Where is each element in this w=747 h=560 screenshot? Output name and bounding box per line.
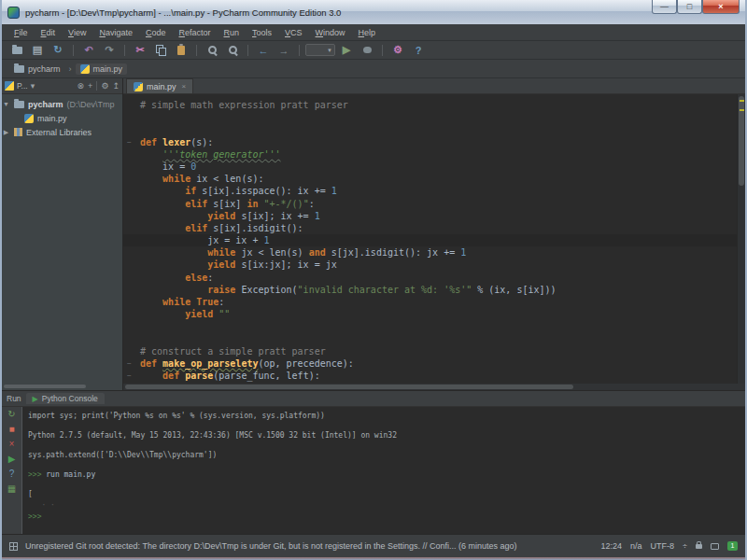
notification-badge[interactable]: 1 xyxy=(727,541,738,551)
status-widgets: 12:24 n/a UTF-8 ÷ 1 xyxy=(601,541,739,551)
run-icon[interactable]: ▶ xyxy=(337,43,356,58)
warning-stripe-mark[interactable] xyxy=(740,109,744,111)
encoding-indicator[interactable]: UTF-8 xyxy=(651,541,675,551)
project-tool-window: P... ▾ ⊗+⚙↥ ▼ pycharm (D:\Dev\Tmp main.p… xyxy=(2,78,123,390)
tree-item-external-libraries[interactable]: ▶ External Libraries xyxy=(2,125,122,139)
code-line: # simple math expression pratt parser xyxy=(123,99,737,111)
open-icon xyxy=(12,47,22,54)
forward-icon[interactable]: → xyxy=(275,43,293,58)
close-icon[interactable]: ⊗ xyxy=(78,81,85,91)
warning-stripe-mark[interactable] xyxy=(740,100,744,102)
stop-icon[interactable]: ■ xyxy=(8,425,14,434)
chevron-down-icon: ▼ xyxy=(327,48,332,53)
code-line: while ix < len(s): xyxy=(123,173,737,185)
code-editor[interactable]: # simple math expression pratt parser de… xyxy=(123,94,737,384)
main-toolbar: ▤↻↶↷✂←→▼▶⚙? xyxy=(2,41,745,60)
locate-icon[interactable]: + xyxy=(88,81,92,91)
code-line: while jx < len(s) and s[jx].isdigit(): j… xyxy=(123,246,737,259)
window-controls: — □ × xyxy=(652,0,740,14)
undo-icon[interactable]: ↶ xyxy=(79,43,98,58)
lock-icon[interactable] xyxy=(696,544,702,549)
run-panel-header: Run ▶ Python Console xyxy=(2,391,745,407)
caret-position[interactable]: 12:24 xyxy=(601,541,623,551)
scrollbar-thumb[interactable] xyxy=(125,385,573,389)
menu-view[interactable]: View xyxy=(62,26,92,39)
resume-icon[interactable]: ▶ xyxy=(8,455,16,464)
close-button[interactable]: × xyxy=(702,0,740,14)
find-icon[interactable] xyxy=(203,43,221,58)
editor-body: # simple math expression pratt parser de… xyxy=(123,94,745,384)
menu-navigate[interactable]: Navigate xyxy=(92,26,139,39)
editor-tab-bar: main.py × xyxy=(123,78,745,94)
line-ending-icon[interactable]: ÷ xyxy=(683,541,687,551)
tab-close-icon[interactable]: × xyxy=(182,82,187,91)
line-separator-indicator[interactable]: n/a xyxy=(630,541,642,551)
rerun-icon[interactable]: ↻ xyxy=(7,410,15,419)
debug-icon[interactable] xyxy=(358,43,376,58)
project-view-selector[interactable]: P... xyxy=(17,81,28,91)
collapse-arrow-icon[interactable]: ▶ xyxy=(2,129,10,136)
project-panel-hscrollbar[interactable] xyxy=(4,385,86,388)
expand-arrow-icon[interactable]: ▼ xyxy=(2,101,10,107)
editor-vscrollbar[interactable] xyxy=(737,94,745,384)
pycharm-logo-icon xyxy=(7,7,20,19)
menu-refactor[interactable]: Refactor xyxy=(172,26,217,39)
settings-icon[interactable]: ⚙ xyxy=(388,43,407,58)
tree-item-project-root[interactable]: ▼ pycharm (D:\Dev\Tmp xyxy=(2,97,122,111)
tab-python-console[interactable]: ▶ Python Console xyxy=(26,393,105,404)
maximize-button[interactable]: □ xyxy=(677,0,702,14)
code-line xyxy=(123,333,737,345)
run-panel-title[interactable]: Run xyxy=(7,394,21,403)
code-line: def lexer(s): xyxy=(123,136,737,148)
breadcrumb-separator: › xyxy=(69,64,72,74)
code-line xyxy=(123,111,737,123)
tree-item-main-py[interactable]: main.py xyxy=(2,111,122,125)
help-icon[interactable]: ? xyxy=(409,43,428,58)
replace-icon[interactable] xyxy=(223,43,242,58)
code-line: def parse(parse_func, left): xyxy=(123,370,737,382)
menu-vcs[interactable]: VCS xyxy=(278,26,309,39)
breadcrumb-project[interactable]: pycharm xyxy=(9,63,65,75)
help-icon[interactable]: ? xyxy=(9,469,15,479)
copy-icon[interactable] xyxy=(151,43,170,58)
tree-file-label: main.py xyxy=(37,114,67,123)
hector-inspections-icon[interactable] xyxy=(711,543,719,550)
console-output[interactable]: import sys; print('Python %s on %s' % (s… xyxy=(22,407,745,534)
copy-icon xyxy=(156,45,165,55)
menu-file[interactable]: File xyxy=(7,26,35,39)
chevron-down-icon[interactable]: ▾ xyxy=(31,81,35,91)
editor-hscrollbar[interactable] xyxy=(123,384,745,390)
console-settings-icon[interactable]: ▦ xyxy=(7,484,16,494)
console-line: Python 2.7.5 (default, May 15 2013, 22:4… xyxy=(28,430,745,441)
code-line: def make_op_parselety(op, precedence): xyxy=(123,357,737,370)
toolwindow-toggle-icon[interactable] xyxy=(9,542,18,551)
menu-tools[interactable]: Tools xyxy=(246,26,278,39)
close-icon[interactable]: × xyxy=(9,440,15,449)
menu-code[interactable]: Code xyxy=(139,26,173,39)
folder-icon xyxy=(14,65,24,73)
minimize-button[interactable]: — xyxy=(652,0,677,14)
run-configuration-select[interactable]: ▼ xyxy=(305,44,335,56)
menu-window[interactable]: Window xyxy=(309,26,352,39)
cut-icon[interactable]: ✂ xyxy=(131,43,149,58)
tab-main-py[interactable]: main.py × xyxy=(126,78,193,93)
save-icon[interactable]: ▤ xyxy=(28,43,47,58)
console-line: · · xyxy=(28,500,745,511)
back-icon[interactable]: ← xyxy=(254,43,273,58)
divider xyxy=(96,81,97,91)
sync-icon[interactable]: ↻ xyxy=(49,43,67,58)
breadcrumb-file-label: main.py xyxy=(93,64,123,74)
status-bar: Unregistered Git root detected: The dire… xyxy=(2,534,745,557)
panel-settings-icon[interactable]: ⚙ xyxy=(101,81,108,91)
paste-icon[interactable] xyxy=(172,43,190,58)
breadcrumb-file[interactable]: main.py xyxy=(76,63,128,75)
redo-icon[interactable]: ↷ xyxy=(100,43,119,58)
menu-edit[interactable]: Edit xyxy=(35,26,63,39)
open-icon[interactable] xyxy=(7,43,26,58)
status-message[interactable]: Unregistered Git root detected: The dire… xyxy=(25,541,594,551)
menu-run[interactable]: Run xyxy=(217,26,246,39)
menu-help[interactable]: Help xyxy=(352,26,383,39)
title-bar[interactable]: pycharm - [D:\Dev\Tmp\pycharm] - ...\mai… xyxy=(2,0,745,24)
find-icon xyxy=(207,45,218,55)
collapse-all-icon[interactable]: ↥ xyxy=(112,81,120,91)
